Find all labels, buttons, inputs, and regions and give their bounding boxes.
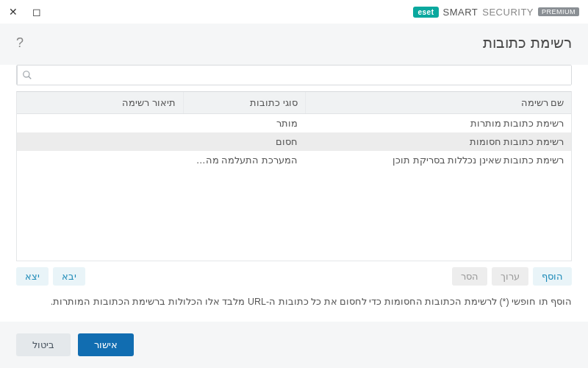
col-header-desc[interactable]: תיאור רשימה xyxy=(17,92,183,114)
col-header-types[interactable]: סוגי כתובות xyxy=(183,92,305,114)
ok-button[interactable]: אישור xyxy=(78,333,134,356)
cell-desc xyxy=(17,151,183,169)
page-header: רשימת כתובות ? xyxy=(0,24,588,65)
import-button[interactable]: יבא xyxy=(53,267,85,286)
search-input[interactable] xyxy=(36,66,571,85)
col-header-name[interactable]: שם רשימה xyxy=(305,92,571,114)
remove-button: הסר xyxy=(452,267,487,286)
cell-desc xyxy=(17,132,183,151)
cell-name: רשימת כתובות מותרות xyxy=(305,114,571,133)
search-icon[interactable] xyxy=(17,66,36,85)
cell-name: רשימת כתובות חסומות xyxy=(305,132,571,151)
titlebar: ✕ ◻ eset SMART SECURITY PREMIUM xyxy=(0,0,588,24)
footer: אישור ביטול xyxy=(0,322,588,368)
actions-left: הוסף ערוך הסר xyxy=(452,267,572,286)
close-icon[interactable]: ✕ xyxy=(9,7,18,17)
actions-row: הוסף ערוך הסר יבא יצא xyxy=(16,261,572,291)
hint-text: הוסף תו חופשי (*) לרשימת הכתובות החסומות… xyxy=(0,291,588,307)
actions-right: יבא יצא xyxy=(16,267,85,286)
maximize-icon[interactable]: ◻ xyxy=(32,7,41,17)
brand: eset SMART SECURITY PREMIUM xyxy=(413,7,579,18)
export-button[interactable]: יצא xyxy=(16,267,49,286)
cell-types: המערכת התעלמה מהתוכ... xyxy=(183,151,305,169)
cell-types: חסום xyxy=(183,132,305,151)
table-row[interactable]: רשימת כתובות מותרותמותר xyxy=(17,114,571,133)
svg-line-1 xyxy=(28,77,31,79)
address-list-table: שם רשימה סוגי כתובות תיאור רשימה רשימת כ… xyxy=(16,91,572,261)
table-row[interactable]: רשימת כתובות שאינן נכללות בסריקת תוכןהמע… xyxy=(17,151,571,169)
brand-secondary-text: SECURITY xyxy=(482,7,534,18)
cell-desc xyxy=(17,114,183,133)
search-row xyxy=(16,65,572,85)
brand-badge: PREMIUM xyxy=(538,7,579,16)
cell-name: רשימת כתובות שאינן נכללות בסריקת תוכן xyxy=(305,151,571,169)
table-row[interactable]: רשימת כתובות חסומותחסום xyxy=(17,132,571,151)
window-controls: ✕ ◻ xyxy=(9,7,41,17)
page-title: רשימת כתובות xyxy=(483,34,572,52)
brand-logo: eset xyxy=(413,7,438,18)
edit-button: ערוך xyxy=(492,267,528,286)
help-icon[interactable]: ? xyxy=(16,35,24,51)
svg-point-0 xyxy=(23,71,29,77)
add-button[interactable]: הוסף xyxy=(533,267,572,286)
brand-primary-text: SMART xyxy=(443,7,478,18)
cancel-button[interactable]: ביטול xyxy=(16,333,71,356)
cell-types: מותר xyxy=(183,114,305,133)
content-area: שם רשימה סוגי כתובות תיאור רשימה רשימת כ… xyxy=(0,65,588,291)
table-header-row: שם רשימה סוגי כתובות תיאור רשימה xyxy=(17,92,571,114)
